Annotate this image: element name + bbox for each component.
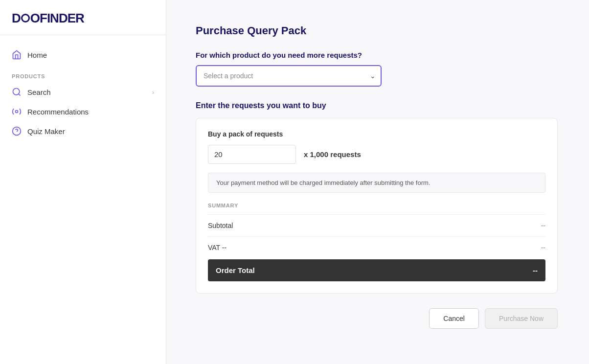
- quiz-maker-label: Quiz Maker: [27, 127, 154, 136]
- pack-input-row: x 1,000 requests: [208, 145, 545, 164]
- chevron-right-icon: ›: [152, 89, 154, 96]
- subtotal-value: --: [541, 222, 545, 229]
- sidebar-item-search[interactable]: Search ›: [0, 82, 166, 102]
- summary-section: SUMMARY Subtotal -- VAT -- -- Order Tota…: [208, 203, 545, 281]
- sidebar-nav: Home PRODUCTS Search › Recommendations: [0, 35, 166, 151]
- sidebar: DOFINDER Home PRODUCTS Search › R: [0, 0, 166, 364]
- requests-section-title: Enter the requests you want to buy: [196, 101, 560, 110]
- svg-point-2: [16, 111, 18, 113]
- subtotal-row: Subtotal --: [208, 214, 545, 236]
- order-total-row: Order Total --: [208, 259, 545, 281]
- product-question: For which product do you need more reque…: [196, 51, 560, 59]
- vat-row: VAT -- --: [208, 236, 545, 258]
- logo: DOFINDER: [0, 0, 166, 35]
- products-section-label: PRODUCTS: [0, 65, 166, 82]
- vat-label: VAT --: [208, 244, 227, 251]
- product-select-container: Select a product ⌄: [196, 65, 382, 87]
- pack-quantity-input[interactable]: [208, 145, 296, 164]
- footer-buttons: Cancel Purchase Now: [196, 308, 558, 329]
- svg-point-0: [13, 89, 20, 95]
- recommendations-icon: [12, 107, 22, 116]
- home-icon: [12, 50, 22, 60]
- page-title: Purchase Query Pack: [196, 24, 560, 37]
- purchase-button[interactable]: Purchase Now: [485, 308, 558, 329]
- buy-pack-label: Buy a pack of requests: [208, 130, 545, 138]
- logo-text: DOFINDER: [12, 11, 154, 26]
- product-select[interactable]: Select a product: [196, 65, 382, 87]
- quiz-maker-icon: [12, 126, 22, 136]
- main-content: Purchase Query Pack For which product do…: [166, 0, 589, 364]
- search-icon: [12, 87, 22, 97]
- vat-value: --: [541, 244, 545, 251]
- pack-multiplier-text: x 1,000 requests: [304, 150, 361, 159]
- sidebar-item-recommendations[interactable]: Recommendations: [0, 102, 166, 121]
- sidebar-item-quiz-maker[interactable]: Quiz Maker: [0, 121, 166, 141]
- subtotal-label: Subtotal: [208, 222, 233, 229]
- product-select-section: For which product do you need more reque…: [196, 51, 560, 87]
- payment-notice: Your payment method will be charged imme…: [208, 173, 545, 193]
- requests-card: Buy a pack of requests x 1,000 requests …: [196, 118, 558, 294]
- recommendations-label: Recommendations: [27, 108, 154, 116]
- svg-line-1: [19, 94, 21, 96]
- summary-label: SUMMARY: [208, 203, 545, 208]
- search-label: Search: [27, 88, 146, 96]
- order-total-value: --: [533, 266, 538, 274]
- cancel-button[interactable]: Cancel: [429, 308, 479, 329]
- order-total-label: Order Total: [216, 266, 255, 274]
- home-label: Home: [27, 51, 154, 59]
- sidebar-item-home[interactable]: Home: [0, 45, 166, 65]
